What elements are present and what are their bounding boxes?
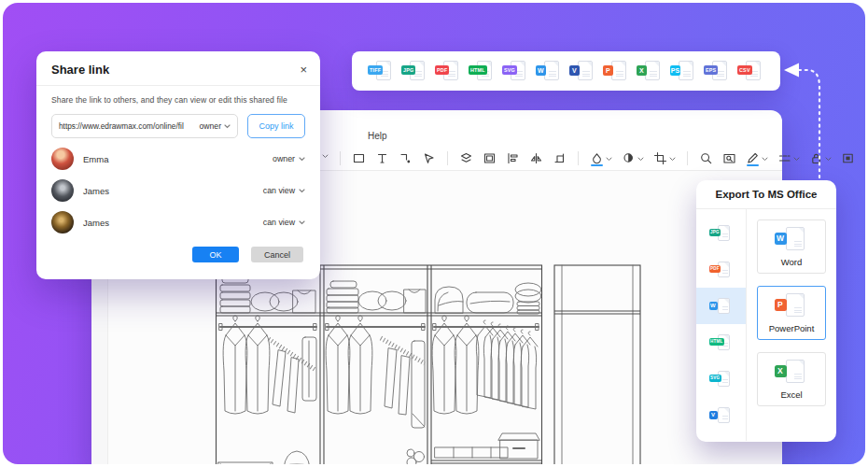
- member-role-dropdown[interactable]: owner: [273, 154, 295, 163]
- chevron-down-icon: [299, 189, 305, 193]
- file-doc-icon: SVG: [713, 371, 730, 388]
- fill-color-icon[interactable]: [590, 151, 612, 165]
- pointer-tool-icon[interactable]: [422, 151, 436, 165]
- ok-button[interactable]: OK: [192, 247, 239, 262]
- export-card-label: Excel: [780, 389, 802, 400]
- export-formats-bar: TIFF JPG PDF HTML SVG W V P X PS EPS CSV: [352, 51, 780, 91]
- member-name: James: [83, 186, 263, 196]
- dialog-title: Share link: [51, 63, 300, 77]
- pen-style-icon[interactable]: [746, 151, 768, 165]
- export-strip-item-v[interactable]: V: [696, 397, 746, 433]
- format-icon-csv[interactable]: CSV: [741, 61, 761, 81]
- copy-link-button[interactable]: Copy link: [247, 114, 305, 138]
- format-icon-html[interactable]: HTML: [472, 61, 492, 81]
- zoom-search-icon[interactable]: [699, 151, 713, 165]
- shape-rectangle-icon[interactable]: [352, 151, 366, 165]
- avatar: [51, 211, 74, 234]
- chevron-down-icon: [299, 220, 305, 225]
- file-doc-icon: W: [713, 298, 730, 315]
- format-icon-p[interactable]: P: [607, 61, 626, 81]
- toolbar-separator: [447, 151, 448, 165]
- avatar: [51, 148, 74, 170]
- toolbar: [315, 146, 775, 170]
- line-style-icon[interactable]: [777, 151, 800, 165]
- export-strip-item-w[interactable]: W: [696, 288, 746, 324]
- member-name: Emma: [83, 154, 273, 164]
- export-card-powerpoint[interactable]: P PowerPoint: [757, 286, 826, 340]
- export-strip-item-svg[interactable]: SVG: [696, 361, 746, 397]
- file-doc-icon: HTML: [713, 334, 730, 351]
- file-doc-icon: PDF: [713, 262, 730, 278]
- export-card-label: PowerPoint: [769, 323, 815, 333]
- shape-effect-icon[interactable]: [622, 151, 644, 165]
- connector-tool-icon[interactable]: [399, 151, 413, 165]
- dialog-description: Share the link to others, and they can v…: [36, 86, 320, 105]
- member-name: James: [83, 218, 263, 228]
- avatar: [51, 179, 74, 202]
- cancel-button[interactable]: Cancel: [251, 247, 303, 262]
- position-icon[interactable]: [553, 151, 567, 165]
- menu-help[interactable]: Help: [368, 131, 387, 141]
- wardrobe-design-drawing: [213, 264, 642, 464]
- toolbar-separator: [578, 151, 579, 165]
- link-permission-dropdown[interactable]: owner: [200, 121, 221, 131]
- purple-background: Help: [3, 3, 865, 464]
- export-strip-item-pdf[interactable]: PDF: [696, 251, 746, 288]
- file-doc-icon: V: [713, 407, 730, 424]
- format-icon-w[interactable]: W: [539, 61, 559, 81]
- chevron-down-icon: [299, 157, 305, 162]
- file-doc-icon: X: [779, 360, 805, 384]
- export-panel-title: Export To MS Office: [696, 180, 836, 209]
- format-icon-tiff[interactable]: TIFF: [371, 61, 391, 81]
- export-card-word[interactable]: W Word: [757, 219, 826, 274]
- format-icon-x[interactable]: X: [640, 61, 660, 81]
- toolbar-separator: [687, 151, 688, 165]
- member-row: Emmaowner: [51, 143, 305, 175]
- export-to-ms-office-panel: Export To MS Office JPG PDF W HTML SVG V…: [696, 180, 836, 442]
- share-link-url: https://www.edrawmax.com/online/fil: [59, 121, 200, 131]
- export-cards: W Word P PowerPoint X Excel: [747, 209, 836, 441]
- flip-horizontal-icon[interactable]: [529, 151, 543, 165]
- member-role-dropdown[interactable]: can view: [263, 218, 295, 227]
- toolbar-separator: [340, 151, 341, 165]
- format-icon-eps[interactable]: EPS: [707, 61, 727, 81]
- member-list: EmmaownerJamescan viewJamescan view: [51, 143, 305, 238]
- close-icon[interactable]: ×: [300, 64, 307, 76]
- marketing-screenshot: Help: [0, 0, 868, 467]
- insert-image-icon[interactable]: [483, 151, 497, 165]
- align-icon[interactable]: [506, 151, 520, 165]
- group-shapes-icon[interactable]: [864, 151, 865, 165]
- format-icon-pdf[interactable]: PDF: [439, 61, 458, 81]
- export-format-strip: JPG PDF W HTML SVG V: [696, 209, 747, 441]
- crop-icon[interactable]: [653, 151, 676, 165]
- format-icon-ps[interactable]: PS: [674, 61, 693, 81]
- text-tool-icon[interactable]: [375, 151, 389, 165]
- find-replace-icon[interactable]: [722, 151, 736, 165]
- focus-frame-icon[interactable]: [841, 151, 855, 165]
- layers-icon[interactable]: [459, 151, 473, 165]
- chevron-down-icon: [224, 124, 231, 129]
- member-row: Jamescan view: [51, 175, 305, 206]
- format-icon-svg[interactable]: SVG: [506, 61, 525, 81]
- member-role-dropdown[interactable]: can view: [263, 186, 295, 195]
- export-strip-item-jpg[interactable]: JPG: [696, 215, 746, 251]
- format-icon-v[interactable]: V: [573, 61, 593, 81]
- file-doc-icon: P: [779, 293, 805, 318]
- share-link-input[interactable]: https://www.edrawmax.com/online/fil owne…: [51, 114, 238, 138]
- file-doc-icon: JPG: [713, 225, 730, 242]
- file-doc-icon: W: [779, 227, 805, 251]
- member-row: Jamescan view: [51, 206, 305, 238]
- more-tools-icon[interactable]: [320, 154, 329, 163]
- format-icon-jpg[interactable]: JPG: [405, 61, 425, 81]
- export-card-label: Word: [781, 257, 803, 267]
- lock-icon[interactable]: [809, 151, 832, 165]
- share-link-dialog: Share link × Share the link to others, a…: [36, 51, 320, 279]
- export-strip-item-html[interactable]: HTML: [696, 324, 746, 361]
- export-card-excel[interactable]: X Excel: [757, 352, 826, 406]
